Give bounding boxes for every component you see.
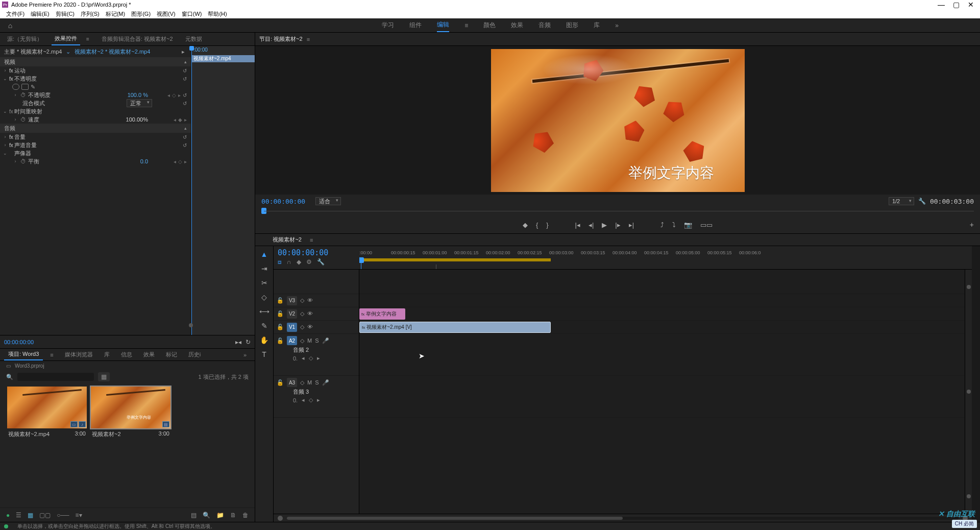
add-kf-icon[interactable]: ◆: [178, 117, 182, 123]
play-only-icon[interactable]: ▸: [180, 49, 187, 55]
ec-playhead[interactable]: [191, 46, 192, 335]
add-kf-icon[interactable]: ◇: [172, 92, 176, 98]
workspace-overflow-icon[interactable]: »: [615, 20, 619, 31]
eye-icon[interactable]: 👁: [307, 310, 313, 317]
marker-icon[interactable]: ◆: [297, 258, 301, 266]
project-grid[interactable]: ▭♪ 视频素材~2.mp43:00 举例文字内容 ▤ 视频素材~23:00: [0, 383, 255, 508]
prev-kf-icon[interactable]: ◂: [302, 355, 305, 362]
reset-icon[interactable]: ↺: [183, 92, 187, 98]
lock-icon[interactable]: 🔓: [277, 310, 284, 317]
workspace-assembly[interactable]: 组件: [409, 19, 422, 32]
ec-balance-value[interactable]: 0.0: [140, 158, 148, 164]
ec-volume-row[interactable]: › fx 音量 ↺: [0, 133, 191, 141]
menu-help[interactable]: 帮助(H): [206, 10, 229, 18]
settings-icon[interactable]: ⚙: [306, 258, 312, 266]
reset-icon[interactable]: ↺: [183, 142, 187, 148]
track-vol[interactable]: 0.: [293, 355, 298, 362]
tab-effect-controls[interactable]: 效果控件: [52, 33, 80, 45]
fx-toggle-icon[interactable]: fx: [8, 76, 14, 82]
new-bin-icon[interactable]: 📁: [216, 512, 224, 519]
track-name[interactable]: 音频 2: [277, 346, 309, 354]
ec-motion-row[interactable]: › fx 运动 ↺: [0, 66, 191, 75]
workspace-effects[interactable]: 效果: [511, 19, 523, 32]
track-target[interactable]: V2: [287, 309, 297, 319]
zoom-level-select[interactable]: 适合: [315, 197, 341, 205]
tab-menu-icon[interactable]: ≡: [308, 235, 315, 245]
eye-icon[interactable]: 👁: [307, 297, 313, 304]
stopwatch-icon[interactable]: ⏱: [18, 116, 28, 123]
kf-icon[interactable]: ◇: [309, 397, 313, 403]
ec-remap-row[interactable]: ⌄ fx 时间重映射: [0, 107, 191, 115]
monitor-viewport[interactable]: 举例文字内容: [491, 49, 745, 192]
step-forward-icon[interactable]: |▸: [615, 221, 620, 229]
fx-toggle-icon[interactable]: fx: [8, 134, 14, 140]
zoom-out-handle[interactable]: [278, 516, 283, 521]
project-item[interactable]: ▭♪ 视频素材~2.mp43:00: [7, 387, 87, 440]
expand-icon[interactable]: ›: [12, 92, 18, 98]
track-name[interactable]: 音频 3: [277, 388, 309, 396]
lock-icon[interactable]: 🔓: [277, 338, 284, 344]
item-name[interactable]: 视频素材~2.mp4: [8, 430, 50, 438]
ec-master-clip[interactable]: 主要 * 视频素材~2.mp4: [4, 48, 62, 56]
slip-tool-icon[interactable]: ⟷: [259, 306, 270, 317]
reset-icon[interactable]: ↺: [183, 68, 187, 74]
selection-tool-icon[interactable]: ▲: [259, 249, 270, 259]
menu-clip[interactable]: 剪辑(C): [54, 10, 77, 18]
tab-markers[interactable]: 标记: [162, 349, 181, 360]
minimize-button[interactable]: —: [938, 1, 945, 9]
menubar[interactable]: 文件(F) 编辑(E) 剪辑(C) 序列(S) 标记(M) 图形(G) 视图(V…: [0, 9, 980, 18]
mute-icon[interactable]: M: [307, 338, 312, 344]
kf-icon[interactable]: ◇: [309, 355, 313, 362]
ec-hscroll[interactable]: [0, 323, 200, 328]
next-kf-icon[interactable]: ▸: [317, 355, 320, 362]
resolution-select[interactable]: 1/2: [889, 197, 914, 205]
go-out-icon[interactable]: ▸|: [629, 221, 634, 229]
ec-balance-row[interactable]: › ⏱ 平衡 0.0 ◂◇▸: [0, 157, 191, 165]
snap-icon[interactable]: ⧈: [278, 258, 282, 266]
tabs-overflow-icon[interactable]: »: [239, 350, 251, 359]
reset-icon[interactable]: ↺: [183, 134, 187, 140]
loop-icon[interactable]: ↻: [246, 339, 251, 346]
voice-icon[interactable]: 🎤: [322, 379, 329, 386]
expand-icon[interactable]: ›: [12, 117, 18, 122]
tab-libraries[interactable]: 库: [100, 349, 114, 360]
menu-graphics[interactable]: 图形(G): [129, 10, 153, 18]
wrench-icon[interactable]: 🔧: [317, 258, 325, 266]
workspace-audio[interactable]: 音频: [538, 19, 551, 32]
workspace-graphics[interactable]: 图形: [566, 19, 578, 32]
expand-icon[interactable]: ›: [2, 142, 8, 148]
sync-lock-icon[interactable]: ◇: [300, 324, 304, 330]
collapse-icon[interactable]: ⌄: [2, 151, 8, 156]
work-area-bar[interactable]: [359, 258, 551, 261]
workspace-learning[interactable]: 学习: [382, 19, 394, 32]
step-back-icon[interactable]: ◂|: [589, 221, 594, 229]
lift-icon[interactable]: ⤴: [660, 221, 664, 229]
go-in-icon[interactable]: |◂: [575, 221, 580, 229]
mark-in-icon[interactable]: {: [536, 221, 538, 229]
tab-menu-icon[interactable]: ≡: [307, 36, 310, 42]
expand-icon[interactable]: ›: [2, 134, 8, 139]
next-kf-icon[interactable]: ▸: [178, 92, 181, 98]
ec-sequence-clip[interactable]: 视频素材~2 * 视频素材~2.mp4: [75, 48, 150, 56]
mark-out-icon[interactable]: }: [546, 221, 548, 229]
tab-effects[interactable]: 效果: [139, 349, 159, 360]
scroll-up-icon[interactable]: ▴: [184, 126, 187, 131]
scroll-up-icon[interactable]: ▴: [184, 59, 187, 64]
lock-icon[interactable]: 🔓: [277, 379, 284, 386]
track-header-v2[interactable]: 🔓 V2 ◇👁: [274, 307, 359, 321]
icon-view-icon[interactable]: ▦: [28, 512, 33, 519]
fx-toggle-icon[interactable]: fx: [8, 142, 14, 148]
tab-source[interactable]: 源:（无剪辑）: [4, 33, 45, 45]
track-target[interactable]: V1: [287, 323, 297, 332]
track-target[interactable]: A3: [287, 378, 297, 387]
ec-channel-vol-row[interactable]: › fx 声道音量 ↺: [0, 141, 191, 149]
scroll-bar[interactable]: [287, 517, 959, 520]
delete-icon[interactable]: 🗑: [242, 512, 249, 519]
sync-lock-icon[interactable]: ◇: [300, 379, 304, 386]
tab-metadata[interactable]: 元数据: [182, 33, 205, 45]
play-icon[interactable]: ▶: [602, 221, 607, 229]
workspace-libraries[interactable]: 库: [594, 19, 600, 32]
reset-icon[interactable]: ↺: [183, 76, 187, 82]
lock-icon[interactable]: 🔓: [277, 324, 284, 330]
bin-icon[interactable]: ▭: [6, 363, 11, 369]
